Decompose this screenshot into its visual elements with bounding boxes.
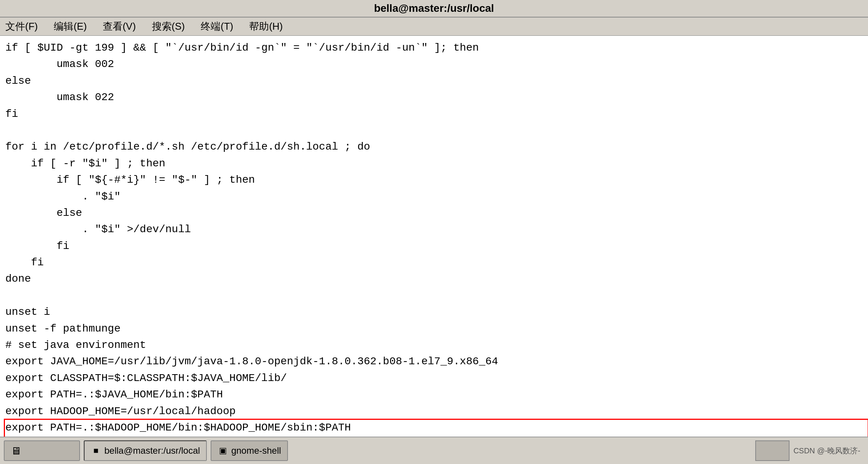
terminal-line: unset i: [5, 304, 863, 320]
taskbar-corner-box: [755, 440, 790, 461]
terminal-line: . "$i": [5, 188, 863, 205]
menu-terminal[interactable]: 终端(T): [198, 19, 235, 34]
taskbar-terminal-button[interactable]: ■ bella@master:/usr/local: [84, 440, 207, 461]
terminal-icon: ■: [91, 445, 101, 456]
terminal-line: if [ -r "$i" ] ; then: [5, 155, 863, 172]
terminal-line: else: [5, 73, 863, 89]
terminal-line: [5, 287, 863, 304]
terminal-line: fi: [5, 254, 863, 271]
terminal-line: export JAVA_HOME=/usr/lib/jvm/java-1.8.0…: [5, 353, 863, 370]
menu-edit[interactable]: 编辑(E): [51, 19, 89, 34]
terminal-line: if [ $UID -gt 199 ] && [ "`/usr/bin/id -…: [5, 40, 863, 56]
terminal-line: for i in /etc/profile.d/*.sh /etc/profil…: [5, 139, 863, 155]
terminal-line: unset -f pathmunge: [5, 320, 863, 337]
terminal-content: if [ $UID -gt 199 ] && [ "`/usr/bin/id -…: [0, 36, 868, 437]
terminal-line: umask 002: [5, 56, 863, 72]
menu-bar: 文件(F) 编辑(E) 查看(V) 搜索(S) 终端(T) 帮助(H): [0, 18, 868, 36]
terminal-line: if [ "${-#*i}" != "$-" ] ; then: [5, 172, 863, 188]
menu-search[interactable]: 搜索(S): [150, 19, 187, 34]
menu-help[interactable]: 帮助(H): [247, 19, 285, 34]
taskbar-gnome-button[interactable]: ▣ gnome-shell: [211, 440, 288, 461]
menu-view[interactable]: 查看(V): [101, 19, 138, 34]
terminal-line: export PATH=.:$HADOOP_HOME/bin:$HADOOP_H…: [5, 419, 863, 436]
terminal-line: umask 022: [5, 89, 863, 105]
taskbar: 🖥 ■ bella@master:/usr/local ▣ gnome-shel…: [0, 437, 868, 464]
terminal-line: fi: [5, 106, 863, 122]
terminal-line: [5, 122, 863, 139]
csdn-watermark: CSDN @-晚风数济-: [793, 446, 860, 456]
network-icon: 🖥: [11, 445, 21, 457]
gnome-icon: ▣: [217, 445, 228, 456]
taskbar-terminal-label: bella@master:/usr/local: [104, 445, 200, 456]
title-bar: bella@master:/usr/local: [0, 0, 868, 18]
terminal-line: fi: [5, 238, 863, 254]
terminal-line: done: [5, 271, 863, 287]
terminal-line: export HADOOP_HOME=/usr/local/hadoop: [5, 403, 863, 419]
menu-file[interactable]: 文件(F): [3, 19, 40, 34]
taskbar-gnome-label: gnome-shell: [231, 445, 281, 456]
taskbar-network-icon: 🖥: [4, 440, 80, 461]
terminal-line: export CLASSPATH=$:CLASSPATH:$JAVA_HOME/…: [5, 370, 863, 386]
terminal-line: . "$i" >/dev/null: [5, 221, 863, 238]
terminal-line: # set java environment: [5, 337, 863, 353]
terminal-line: export PATH=.:$JAVA_HOME/bin:$PATH: [5, 386, 863, 403]
terminal-line: else: [5, 205, 863, 221]
terminal-line: : wq: [5, 436, 863, 437]
